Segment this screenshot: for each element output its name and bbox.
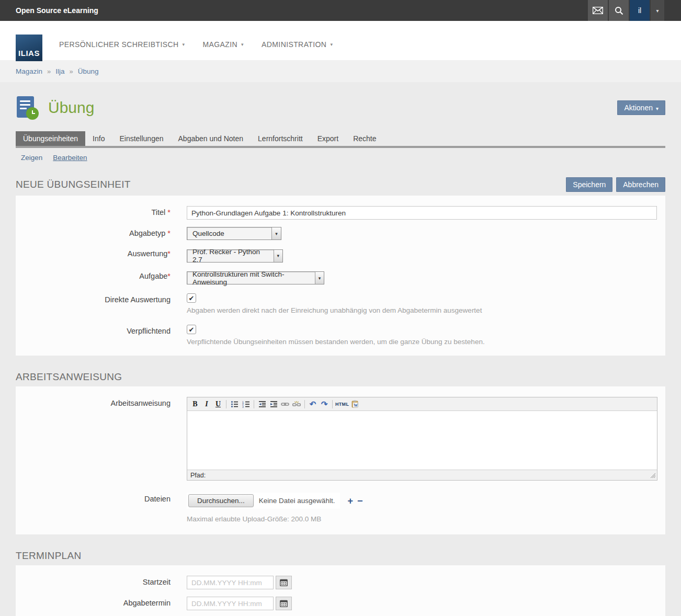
search-icon [615, 6, 623, 15]
toolbar-separator [254, 400, 254, 408]
check-icon: ✔ [189, 295, 195, 302]
undo-button[interactable]: ↶ [308, 399, 318, 409]
topbar-actions: il ▾ [587, 0, 681, 21]
abgabetyp-selected-value: Quellcode [187, 230, 271, 237]
breadcrumb-magazin[interactable]: Magazin [16, 67, 42, 75]
bullet-list-icon [231, 401, 239, 408]
subtab-bearbeiten[interactable]: Bearbeiten [53, 154, 87, 162]
required-asterisk: * [167, 272, 171, 280]
section-title: NEUE ÜBUNGSEINHEIT [16, 179, 131, 190]
verpflichtend-label: Verpflichtend [16, 325, 187, 346]
redo-button[interactable]: ↷ [319, 399, 330, 409]
section-title: ARBEITSANWEISUNG [16, 371, 122, 383]
breadcrumb-uebung[interactable]: Übung [78, 67, 99, 75]
breadcrumb-separator: » [70, 67, 73, 75]
abgabetyp-label: Abgabetyp* [16, 227, 187, 240]
svg-text:3: 3 [242, 405, 244, 407]
section-header-neue-uebungseinheit: NEUE ÜBUNGSEINHEIT Speichern Abbrechen [16, 177, 665, 192]
form-row-abgabetermin: Abgabetermin [16, 593, 665, 614]
auswertung-select[interactable]: Prof. Recker - Python 2.7 ▾ [187, 249, 283, 263]
breadcrumb-ilja[interactable]: Ilja [55, 67, 64, 75]
aufgabe-selected-value: Kontrollstrukturen mit Switch-Anweisung [187, 270, 315, 286]
bold-button[interactable]: B [190, 399, 200, 409]
toolbar-separator [332, 400, 333, 408]
calendar-icon [280, 579, 288, 586]
richtext-statusbar: Pfad: [187, 470, 657, 480]
toolbar-separator [304, 400, 305, 408]
exercise-icon [16, 96, 40, 120]
tab-abgaben-und-noten[interactable]: Abgaben und Noten [171, 131, 251, 146]
indent-button[interactable] [268, 399, 279, 409]
resize-grip[interactable] [650, 472, 655, 478]
direkte-auswertung-help: Abgaben werden direkt nach der Einreichu… [187, 306, 657, 314]
paste-from-word-button[interactable]: W [350, 399, 360, 409]
tab-uebungseinheiten[interactable]: Übungseinheiten [16, 131, 85, 146]
search-button[interactable] [608, 0, 629, 21]
browse-button[interactable]: Durchsuchen... [188, 494, 254, 507]
ilias-logo[interactable]: ILIAS [16, 35, 42, 61]
mail-button[interactable] [587, 0, 608, 21]
link-button[interactable] [280, 399, 290, 409]
calendar-icon [280, 600, 288, 607]
startzeit-label: Startzeit [16, 576, 187, 589]
startzeit-input[interactable] [187, 576, 274, 589]
cancel-button-top[interactable]: Abbrechen [616, 177, 665, 192]
paste-from-word-icon: W [351, 400, 359, 408]
html-source-button[interactable]: HTML [335, 399, 349, 409]
form-row-verpflichtend: Verpflichtend ✔ Verpflichtende Übungsein… [16, 320, 665, 348]
user-menu-toggle[interactable]: ▾ [650, 0, 664, 21]
tab-einstellungen[interactable]: Einstellungen [112, 131, 171, 146]
tab-info[interactable]: Info [85, 131, 112, 146]
section-header-terminplan: TERMINPLAN [16, 550, 665, 562]
tab-rechte[interactable]: Rechte [346, 131, 383, 146]
unlink-button[interactable] [291, 399, 302, 409]
svg-text:W: W [354, 403, 358, 408]
chevron-down-icon: ▾ [656, 8, 659, 14]
abgabetermin-calendar-button[interactable] [276, 597, 292, 610]
underline-button[interactable]: U [213, 399, 223, 409]
link-icon [281, 401, 289, 407]
tab-lernfortschritt[interactable]: Lernfortschritt [251, 131, 310, 146]
abgabetyp-select[interactable]: Quellcode ▾ [187, 227, 281, 240]
page-content: Übung Aktionen▾ Übungseinheiten Info Ein… [0, 96, 681, 616]
nav-item-label: ADMINISTRATION [262, 40, 326, 49]
chevron-down-icon: ▾ [330, 42, 333, 47]
required-asterisk: * [167, 249, 171, 258]
nav-item-magazin[interactable]: MAGAZIN ▾ [203, 40, 244, 49]
subtab-zeigen[interactable]: Zeigen [21, 154, 42, 162]
nav-item-administration[interactable]: ADMINISTRATION ▾ [262, 40, 333, 49]
abgabetermin-input[interactable] [187, 597, 274, 610]
italic-button[interactable]: I [201, 399, 212, 409]
richtext-content-area[interactable] [187, 411, 657, 470]
titel-input[interactable] [187, 206, 657, 220]
outdent-button[interactable] [257, 399, 267, 409]
verpflichtend-checkbox[interactable]: ✔ [187, 325, 196, 334]
form-panel-terminplan: Startzeit [16, 565, 665, 616]
dateien-help: Maximal erlaubte Upload-Größe: 200.0 MB [187, 515, 657, 523]
chevron-down-icon: ▾ [656, 106, 659, 111]
tab-export[interactable]: Export [310, 131, 346, 146]
required-asterisk: * [167, 208, 171, 216]
aufgabe-select[interactable]: Kontrollstrukturen mit Switch-Anweisung … [187, 271, 324, 284]
save-button-top[interactable]: Speichern [566, 177, 612, 192]
add-file-icon[interactable]: + [347, 496, 353, 506]
bullet-list-button[interactable] [229, 399, 240, 409]
startzeit-calendar-button[interactable] [276, 576, 292, 589]
select-arrow-icon: ▾ [274, 250, 282, 262]
nav-item-label: MAGAZIN [203, 40, 238, 49]
numbered-list-button[interactable]: 1 2 3 [241, 399, 251, 409]
actions-button[interactable]: Aktionen▾ [617, 100, 665, 115]
direkte-auswertung-checkbox[interactable]: ✔ [187, 293, 196, 303]
breadcrumb-separator: » [47, 67, 51, 75]
remove-file-icon[interactable]: − [357, 496, 363, 506]
user-avatar[interactable]: il [629, 0, 650, 21]
mail-icon [593, 7, 603, 14]
form-row-startzeit: Startzeit [16, 572, 665, 593]
nav-item-schreibtisch[interactable]: PERSÖNLICHER SCHREIBTISCH ▾ [59, 40, 185, 49]
select-arrow-icon: ▾ [315, 272, 324, 284]
main-header: ILIAS PERSÖNLICHER SCHREIBTISCH ▾ MAGAZI… [0, 21, 681, 60]
page-title-row: Übung Aktionen▾ [16, 96, 665, 120]
section-title: TERMINPLAN [16, 550, 81, 562]
direkte-auswertung-label: Direkte Auswertung [16, 293, 187, 314]
tab-underline-bar [16, 146, 665, 148]
